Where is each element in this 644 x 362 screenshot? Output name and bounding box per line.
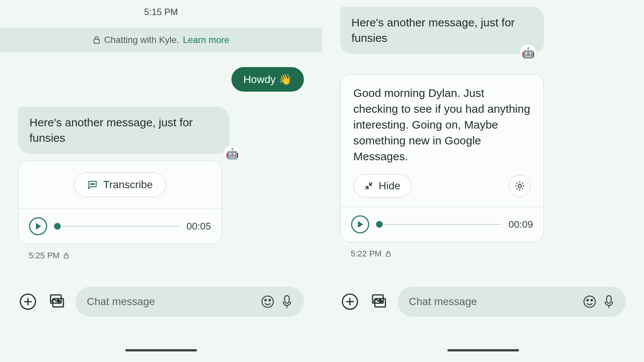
svg-point-8 <box>58 301 60 302</box>
message-meta: 5:25 PM <box>18 248 304 261</box>
lock-icon <box>93 35 100 44</box>
transcript-icon <box>87 180 98 190</box>
svg-point-21 <box>591 299 593 301</box>
audio-duration: 00:09 <box>508 219 533 230</box>
lock-icon <box>63 252 69 259</box>
outgoing-message-row: Howdy 👋 <box>18 67 304 92</box>
voice-message-card-expanded: Good morning Dylan. Just checking to see… <box>340 74 544 242</box>
input-placeholder: Chat message <box>87 296 254 308</box>
svg-point-2 <box>92 184 93 185</box>
chat-input[interactable]: Chat message <box>75 287 304 317</box>
gear-icon <box>514 180 525 192</box>
plus-circle-icon <box>341 293 359 310</box>
audio-duration: 00:05 <box>186 221 211 232</box>
svg-rect-12 <box>285 296 289 303</box>
incoming-message-row: Here's another message, just for funsies… <box>340 7 544 54</box>
hide-label: Hide <box>379 180 401 192</box>
outgoing-bubble[interactable]: Howdy 👋 <box>231 67 304 92</box>
nav-handle[interactable] <box>125 349 197 351</box>
voice-card-top-expanded: Good morning Dylan. Just checking to see… <box>340 75 544 207</box>
transcript-text: Good morning Dylan. Just checking to see… <box>353 85 531 164</box>
avatar[interactable]: 🤖 <box>223 145 241 162</box>
audio-player: 00:05 <box>18 209 222 244</box>
svg-rect-0 <box>94 39 99 43</box>
voice-card-top: Transcribe <box>18 161 222 209</box>
audio-slider[interactable] <box>376 224 502 225</box>
audio-slider[interactable] <box>54 226 180 227</box>
play-icon <box>357 221 364 228</box>
svg-rect-14 <box>386 253 390 256</box>
transcript-controls: Hide <box>353 174 531 198</box>
svg-point-11 <box>269 299 271 301</box>
mic-icon[interactable] <box>603 294 615 309</box>
svg-point-1 <box>91 184 92 185</box>
incoming-bubble[interactable]: Here's another message, just for funsies <box>340 7 544 54</box>
nav-handle[interactable] <box>447 349 519 351</box>
svg-point-13 <box>518 184 521 187</box>
mic-icon[interactable] <box>281 294 293 309</box>
transcribe-label: Transcribe <box>103 179 153 191</box>
svg-point-20 <box>587 299 589 301</box>
plus-circle-icon <box>19 293 37 310</box>
svg-point-19 <box>584 296 595 307</box>
incoming-bubble[interactable]: Here's another message, just for funsies <box>18 107 230 154</box>
meta-time: 5:22 PM <box>351 249 382 259</box>
message-meta: 5:22 PM <box>340 246 626 259</box>
svg-point-3 <box>94 184 95 185</box>
gallery-icon <box>370 293 387 310</box>
banner-learn-more-link[interactable]: Learn more <box>183 35 230 45</box>
avatar[interactable]: 🤖 <box>519 44 537 61</box>
svg-rect-4 <box>64 255 68 258</box>
screenshot-left: 5:15 PM Chatting with Kyle. Learn more H… <box>0 0 322 362</box>
svg-rect-22 <box>607 296 611 303</box>
play-button[interactable] <box>29 217 47 235</box>
svg-point-10 <box>265 299 267 301</box>
gallery-icon <box>48 293 65 310</box>
incoming-message-row: Here's another message, just for funsies… <box>18 107 230 154</box>
input-placeholder: Chat message <box>409 296 576 308</box>
gallery-button[interactable] <box>369 292 388 311</box>
compose-row: Chat message <box>18 287 304 317</box>
screenshot-right: Here's another message, just for funsies… <box>322 0 644 362</box>
settings-button[interactable] <box>509 175 531 197</box>
compose-row: Chat message <box>340 287 626 317</box>
play-icon <box>35 222 42 230</box>
add-attachment-button[interactable] <box>18 292 38 311</box>
slider-thumb[interactable] <box>54 223 61 230</box>
banner-text: Chatting with Kyle. <box>104 35 179 45</box>
meta-time: 5:25 PM <box>29 251 60 261</box>
emoji-icon[interactable] <box>261 295 274 308</box>
slider-thumb[interactable] <box>376 221 383 228</box>
encryption-banner[interactable]: Chatting with Kyle. Learn more <box>0 28 322 52</box>
lock-icon <box>385 250 391 257</box>
voice-message-card: Transcribe 00:05 <box>18 161 222 244</box>
hide-button[interactable]: Hide <box>353 174 411 198</box>
gallery-button[interactable] <box>47 292 66 311</box>
add-attachment-button[interactable] <box>340 292 360 311</box>
conversation-time: 5:15 PM <box>18 0 304 28</box>
emoji-icon[interactable] <box>583 295 596 308</box>
svg-point-18 <box>380 301 382 302</box>
collapse-icon <box>364 181 373 190</box>
play-button[interactable] <box>351 215 369 233</box>
transcribe-button[interactable]: Transcribe <box>74 172 166 197</box>
audio-player: 00:09 <box>340 207 544 242</box>
chat-input[interactable]: Chat message <box>397 287 626 317</box>
svg-point-9 <box>262 296 273 307</box>
